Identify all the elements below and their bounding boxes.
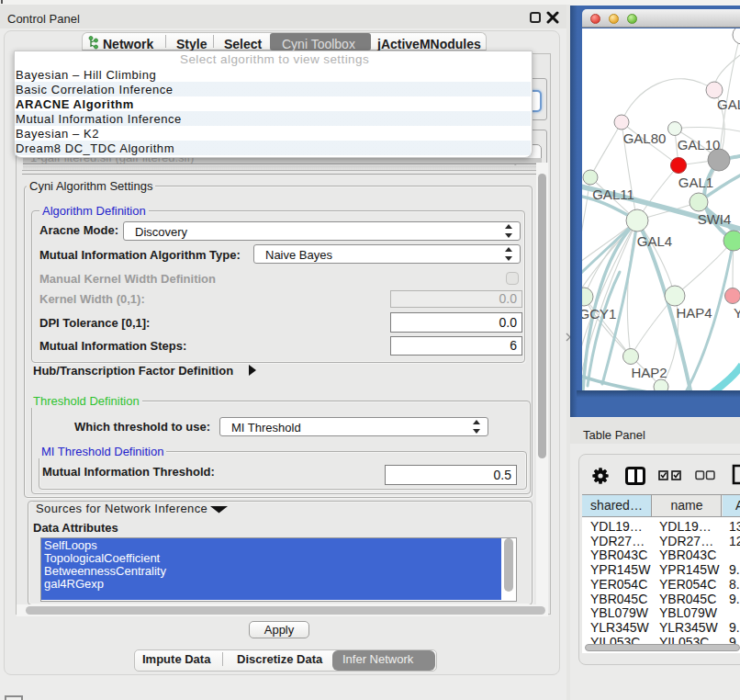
svg-text:GAL10: GAL10: [678, 137, 721, 152]
svg-text:GAL4: GAL4: [637, 233, 672, 249]
svg-text:GAL: GAL: [717, 96, 740, 112]
svg-text:HAP4: HAP4: [676, 305, 712, 321]
svg-text:GAL1: GAL1: [678, 175, 713, 190]
svg-text:GAL80: GAL80: [623, 130, 667, 146]
svg-text:SWI4: SWI4: [698, 211, 732, 227]
svg-text:GCY1: GCY1: [582, 306, 616, 322]
svg-text:GAL11: GAL11: [592, 186, 634, 202]
svg-text:HAP2: HAP2: [631, 365, 667, 380]
svg-text:Y: Y: [734, 305, 740, 321]
